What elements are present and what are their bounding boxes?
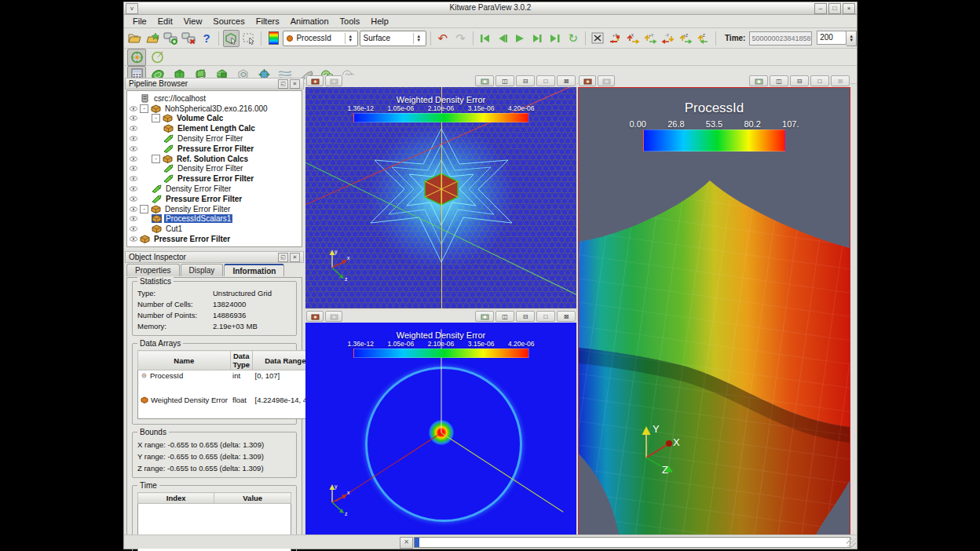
render-viewport-mesh[interactable]: Weighted Density Error 1.36e-121.05e-062…: [305, 87, 576, 308]
pipeline-item[interactable]: -Volume Calc: [127, 114, 302, 124]
close-view-icon[interactable]: ⊠: [557, 311, 576, 322]
close-panel-icon[interactable]: ✕: [290, 253, 300, 262]
pipeline-item[interactable]: Pressure Error Filter: [127, 234, 302, 244]
visibility-eye-icon[interactable]: [130, 195, 138, 203]
open-file-button[interactable]: [127, 30, 143, 47]
column-header[interactable]: Name: [138, 351, 231, 370]
abort-icon[interactable]: ✕: [400, 537, 413, 549]
visibility-eye-icon[interactable]: [130, 134, 138, 143]
set-view-minus-y-button[interactable]: -Y: [660, 30, 676, 47]
menu-file[interactable]: File: [127, 16, 152, 26]
float-panel-icon[interactable]: ◱: [278, 79, 288, 89]
representation-combo[interactable]: Surface ▲▼: [360, 31, 426, 46]
set-view-minus-x-button[interactable]: -X: [625, 30, 641, 47]
float-panel-icon[interactable]: ◱: [278, 253, 288, 262]
pipeline-item[interactable]: Cut1: [127, 224, 302, 234]
camera-link-icon[interactable]: [579, 75, 596, 86]
pipeline-item[interactable]: Pressure Error Filter: [127, 173, 302, 184]
visibility-eye-icon[interactable]: [130, 224, 138, 233]
pipeline-item[interactable]: -NohSpherical3D.exo.216.000: [127, 104, 302, 114]
data-array-row[interactable]: Weighted Density Errorfloat[4.22498e-14,…: [138, 395, 323, 419]
set-view-plus-z-button[interactable]: +Z: [678, 30, 693, 47]
visibility-eye-icon[interactable]: [130, 174, 138, 183]
pipeline-item[interactable]: -Ref. Solution Calcs: [127, 154, 302, 164]
column-header[interactable]: Index: [138, 493, 214, 504]
visibility-eye-icon[interactable]: [130, 155, 138, 163]
set-view-plus-x-button[interactable]: +X: [607, 30, 623, 47]
visibility-eye-icon[interactable]: [130, 114, 138, 122]
pick-center-button[interactable]: [148, 49, 166, 66]
save-data-button[interactable]: [144, 30, 160, 47]
split-horizontal-icon[interactable]: ⊟: [790, 75, 809, 86]
menu-view[interactable]: View: [178, 16, 208, 26]
visibility-eye-icon[interactable]: [130, 104, 138, 113]
pipeline-item[interactable]: Density Error Filter: [127, 133, 302, 144]
frame-spinbox[interactable]: 200: [817, 31, 847, 45]
lookmark-icon[interactable]: [598, 75, 615, 86]
object-inspector-header[interactable]: Object Inspector ◱ ✕: [125, 251, 304, 263]
pipeline-item[interactable]: ProcessIdScalars1: [127, 214, 302, 224]
previous-frame-button[interactable]: [495, 30, 510, 47]
menu-tools[interactable]: Tools: [335, 16, 366, 26]
select-cells-button[interactable]: [223, 30, 239, 47]
resize-grip[interactable]: [847, 538, 856, 548]
visibility-eye-icon[interactable]: [130, 184, 138, 193]
set-view-minus-z-button[interactable]: -Z: [696, 30, 711, 47]
last-frame-button[interactable]: [547, 30, 563, 47]
column-header[interactable]: Data Type: [230, 351, 252, 370]
view-camera-icon[interactable]: [475, 75, 494, 86]
next-frame-button[interactable]: [530, 30, 546, 47]
visibility-eye-icon[interactable]: [130, 124, 138, 133]
split-horizontal-icon[interactable]: ⊟: [516, 311, 535, 322]
maximize-view-icon[interactable]: □: [536, 75, 555, 86]
tree-expander-icon[interactable]: -: [152, 155, 160, 163]
tab-information[interactable]: Information: [224, 264, 284, 276]
tree-expander-icon[interactable]: -: [140, 104, 148, 113]
close-button[interactable]: ×: [843, 3, 855, 14]
column-header[interactable]: Value: [214, 493, 291, 504]
pipeline-tree[interactable]: csrc://localhost-NohSpherical3D.exo.216.…: [126, 90, 302, 247]
minimize-button[interactable]: –: [814, 3, 827, 14]
visibility-eye-icon[interactable]: [130, 144, 138, 153]
render-viewport-processid[interactable]: ProcessId 0.0026.853.580.2107. Y X Z: [578, 87, 850, 538]
undo-button[interactable]: ↶: [435, 30, 451, 47]
disconnect-server-button[interactable]: [181, 30, 197, 47]
close-panel-icon[interactable]: ✕: [290, 79, 300, 89]
visibility-eye-icon[interactable]: [130, 235, 138, 243]
rubber-band-select-button[interactable]: [241, 30, 257, 47]
redo-button[interactable]: ↷: [452, 30, 468, 47]
data-array-row[interactable]: ProcessIdint[0, 107]: [138, 370, 323, 395]
maximize-view-icon[interactable]: □: [810, 75, 829, 86]
menu-edit[interactable]: Edit: [152, 16, 178, 26]
connect-server-button[interactable]: [163, 30, 179, 47]
split-horizontal-icon[interactable]: ⊟: [516, 75, 535, 86]
tab-properties[interactable]: Properties: [126, 264, 180, 276]
first-frame-button[interactable]: [477, 30, 492, 47]
set-view-plus-y-button[interactable]: +Y: [642, 30, 658, 47]
tab-display[interactable]: Display: [181, 264, 224, 276]
menu-help[interactable]: Help: [365, 16, 394, 26]
tree-expander-icon[interactable]: -: [140, 205, 148, 213]
data-arrays-table[interactable]: NameData TypeData Ranges ProcessIdint[0,…: [137, 350, 323, 419]
pipeline-item[interactable]: Density Error Filter: [127, 164, 302, 174]
close-view-icon[interactable]: ⊠: [557, 75, 576, 86]
camera-link-icon[interactable]: [306, 311, 324, 322]
render-view-bottom[interactable]: ◫ ⊟ □ ⊠ Weighted Density Error 1.36e-121…: [305, 311, 576, 538]
help-button[interactable]: ?: [199, 30, 214, 47]
split-vertical-icon[interactable]: ◫: [495, 311, 514, 322]
render-view-top[interactable]: ◫ ⊟ □ ⊠: [305, 75, 576, 308]
menu-animation[interactable]: Animation: [285, 16, 335, 26]
view-camera-icon[interactable]: [475, 311, 494, 322]
render-view-right-active[interactable]: ◫ ⊟ □ ⊠: [578, 75, 850, 538]
edit-color-map-button[interactable]: [265, 30, 281, 47]
loop-button[interactable]: ↻: [565, 30, 581, 47]
pipeline-item[interactable]: Element Length Calc: [127, 123, 302, 133]
time-value-field[interactable]: 500000023841858: [749, 31, 812, 46]
lookmark-icon[interactable]: [325, 311, 342, 322]
menu-sources[interactable]: Sources: [207, 16, 250, 26]
split-vertical-icon[interactable]: ◫: [770, 75, 788, 86]
pipeline-item[interactable]: csrc://localhost: [127, 93, 302, 104]
menu-filters[interactable]: Filters: [250, 16, 285, 26]
view-camera-icon[interactable]: [749, 75, 768, 86]
visibility-eye-icon[interactable]: [130, 214, 138, 223]
